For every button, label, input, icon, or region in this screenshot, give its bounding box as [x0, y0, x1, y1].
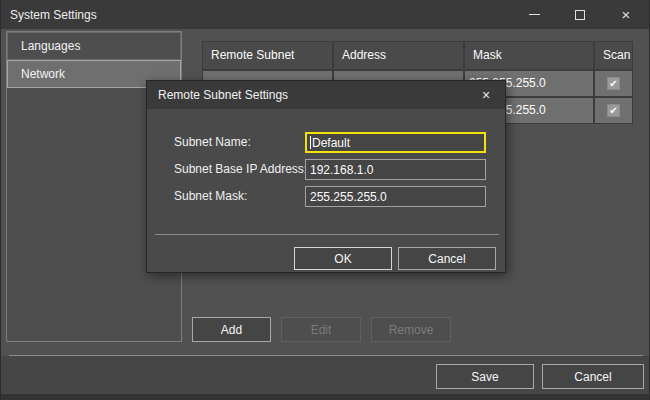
subnet-name-value: Default — [312, 136, 350, 150]
sidebar-item-label: Languages — [21, 39, 80, 53]
remove-button[interactable]: Remove — [371, 317, 451, 342]
subnet-name-input[interactable]: Default — [305, 132, 486, 153]
column-header-address[interactable]: Address — [334, 42, 463, 69]
ok-button[interactable]: OK — [294, 247, 392, 270]
remote-subnet-settings-dialog: Remote Subnet Settings × Subnet Name: De… — [146, 80, 506, 273]
dialog-titlebar[interactable]: Remote Subnet Settings — [147, 81, 505, 109]
dialog-cancel-button[interactable]: Cancel — [398, 247, 496, 270]
subnet-base-ip-input[interactable]: 192.168.1.0 — [305, 159, 486, 180]
subnet-name-label: Subnet Name: — [174, 132, 251, 153]
text-caret — [310, 136, 311, 149]
cell-scan: ✔ — [595, 71, 632, 96]
maximize-icon — [575, 10, 585, 20]
column-header-remote-subnet[interactable]: Remote Subnet — [203, 42, 332, 69]
dialog-close-button[interactable]: × — [478, 87, 494, 103]
table-header-row: Remote Subnet Address Mask Scan — [203, 42, 632, 69]
window-bottom-edge — [1, 394, 650, 400]
edit-button[interactable]: Edit — [281, 317, 361, 342]
sidebar-item-label: Network — [21, 67, 65, 81]
cell-scan: ✔ — [595, 98, 632, 123]
save-button[interactable]: Save — [436, 364, 534, 389]
scan-checkbox[interactable]: ✔ — [607, 104, 620, 117]
minimize-button[interactable] — [511, 0, 557, 29]
close-icon: × — [622, 7, 631, 22]
window-title: System Settings — [10, 8, 97, 22]
sidebar-item-languages[interactable]: Languages — [7, 32, 181, 60]
column-header-mask[interactable]: Mask — [465, 42, 593, 69]
dialog-close-icon: × — [482, 87, 490, 103]
maximize-button[interactable] — [557, 0, 603, 29]
subnet-mask-input[interactable]: 255.255.255.0 — [305, 186, 486, 207]
dialog-title: Remote Subnet Settings — [158, 88, 288, 102]
system-settings-window: System Settings × Languages Network Remo… — [0, 0, 650, 400]
close-button[interactable]: × — [603, 0, 649, 29]
subnet-base-ip-value: 192.168.1.0 — [310, 163, 373, 177]
subnet-base-ip-label: Subnet Base IP Address: — [174, 159, 307, 180]
footer-cancel-button[interactable]: Cancel — [542, 364, 644, 389]
scan-checkbox[interactable]: ✔ — [607, 77, 620, 90]
subnet-mask-label: Subnet Mask: — [174, 186, 247, 207]
column-header-scan[interactable]: Scan — [595, 42, 632, 69]
minimize-icon — [529, 14, 540, 15]
add-button[interactable]: Add — [192, 317, 271, 342]
dialog-separator — [155, 234, 499, 235]
subnet-mask-value: 255.255.255.0 — [310, 190, 387, 204]
